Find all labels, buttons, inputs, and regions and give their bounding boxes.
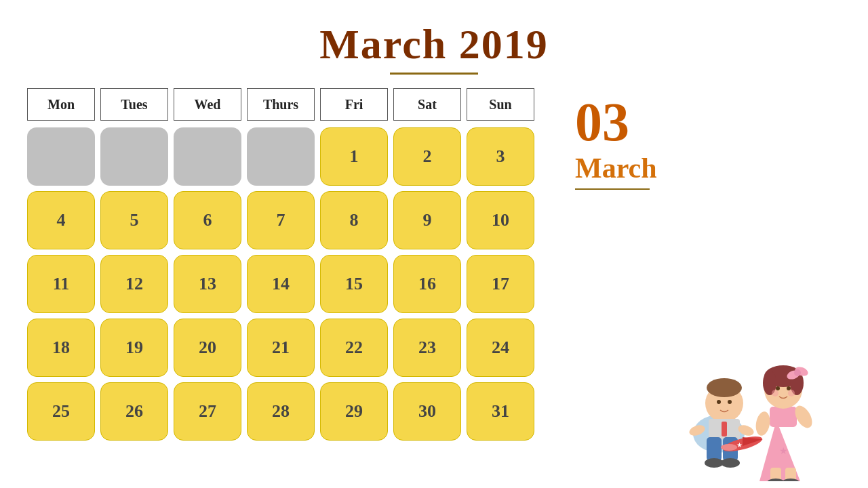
sidebar-day-number: 03 [575, 95, 868, 149]
calendar-day[interactable]: 16 [393, 255, 461, 313]
calendar-day [100, 127, 168, 186]
calendar-weeks: 1234567891011121314151617181920212223242… [27, 127, 534, 441]
day-header: Fri [320, 88, 388, 121]
calendar-day [174, 127, 241, 186]
calendar-day[interactable]: 3 [467, 127, 534, 186]
calendar-day[interactable]: 4 [27, 191, 95, 249]
calendar-week: 18192021222324 [27, 319, 534, 377]
calendar-week: 45678910 [27, 191, 534, 249]
title-underline [390, 73, 478, 75]
calendar-day[interactable]: 28 [247, 382, 315, 441]
svg-point-3 [717, 400, 721, 404]
calendar-day [247, 127, 315, 186]
calendar-day[interactable]: 12 [100, 255, 168, 313]
calendar-day[interactable]: 19 [100, 319, 168, 377]
page-title: March 2019 [0, 0, 868, 68]
calendar-week: 123 [27, 127, 534, 186]
calendar-day[interactable]: 8 [320, 191, 388, 249]
day-header: Sat [393, 88, 461, 121]
calendar-day[interactable]: 1 [320, 127, 388, 186]
calendar-day[interactable]: 23 [393, 319, 461, 377]
day-header: Wed [174, 88, 241, 121]
calendar-day[interactable]: 29 [320, 382, 388, 441]
svg-rect-6 [722, 422, 727, 436]
calendar-day[interactable]: 2 [393, 127, 461, 186]
day-header: Mon [27, 88, 95, 121]
svg-text:★: ★ [736, 441, 743, 449]
calendar-day[interactable]: 15 [320, 255, 388, 313]
calendar-day[interactable]: 25 [27, 382, 95, 441]
calendar-day[interactable]: 11 [27, 255, 95, 313]
svg-point-25 [776, 386, 780, 390]
calendar-day[interactable]: 14 [247, 255, 315, 313]
svg-point-2 [707, 378, 742, 397]
svg-point-10 [721, 458, 740, 468]
calendar-day[interactable]: 22 [320, 319, 388, 377]
svg-point-4 [728, 400, 732, 404]
calendar-day[interactable]: 27 [174, 382, 241, 441]
svg-point-15 [721, 444, 737, 451]
calendar-day[interactable]: 7 [247, 191, 315, 249]
day-headers: MonTuesWedThursFriSatSun [27, 88, 534, 121]
svg-text:★: ★ [779, 446, 788, 456]
calendar-day[interactable]: 31 [467, 382, 534, 441]
calendar-day[interactable]: 13 [174, 255, 241, 313]
calendar-day[interactable]: 24 [467, 319, 534, 377]
day-header: Thurs [247, 88, 315, 121]
svg-point-29 [754, 411, 772, 437]
calendar-day[interactable]: 30 [393, 382, 461, 441]
sidebar-underline [575, 188, 650, 190]
calendar-grid: MonTuesWedThursFriSatSun 123456789101112… [27, 88, 534, 441]
svg-point-26 [787, 386, 791, 390]
calendar-day[interactable]: 6 [174, 191, 241, 249]
calendar-week: 25262728293031 [27, 382, 534, 441]
calendar-day[interactable]: 9 [393, 191, 461, 249]
sidebar-month-name: March [575, 152, 868, 184]
day-header: Sun [467, 88, 534, 121]
svg-point-27 [772, 390, 778, 396]
svg-point-9 [705, 458, 724, 468]
vintage-illustration: ★ ★ [644, 271, 848, 481]
svg-rect-17 [770, 407, 797, 427]
calendar-day[interactable]: 21 [247, 319, 315, 377]
day-header: Tues [100, 88, 168, 121]
calendar-day[interactable]: 26 [100, 382, 168, 441]
calendar-day[interactable]: 17 [467, 255, 534, 313]
calendar-week: 11121314151617 [27, 255, 534, 313]
svg-rect-7 [707, 437, 722, 461]
calendar-day [27, 127, 95, 186]
calendar-day[interactable]: 10 [467, 191, 534, 249]
calendar-day[interactable]: 18 [27, 319, 95, 377]
calendar-day[interactable]: 20 [174, 319, 241, 377]
svg-point-28 [788, 390, 795, 396]
calendar-day[interactable]: 5 [100, 191, 168, 249]
svg-point-24 [794, 369, 801, 376]
